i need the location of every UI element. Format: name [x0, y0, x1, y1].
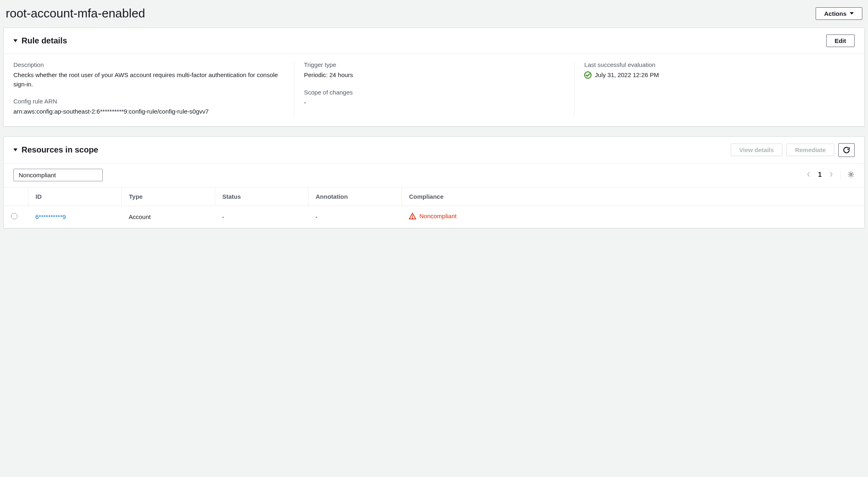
success-check-icon	[584, 71, 592, 79]
resource-type: Account	[129, 213, 151, 220]
scope-changes-value: -	[304, 98, 565, 107]
pager-prev[interactable]	[806, 172, 812, 178]
description-label: Description	[13, 61, 284, 68]
actions-button-label: Actions	[824, 10, 846, 17]
resource-id-link[interactable]: 6**********9	[35, 213, 66, 220]
pager-next[interactable]	[828, 172, 834, 178]
filter-row: Noncompliant 1	[4, 164, 864, 187]
col-status[interactable]: Status	[215, 187, 308, 206]
svg-point-0	[850, 173, 852, 175]
arn-label: Config rule ARN	[13, 98, 284, 105]
view-details-button[interactable]: View details	[731, 144, 783, 156]
caret-down-icon	[850, 12, 854, 15]
chevron-right-icon	[828, 172, 834, 177]
table-settings-button[interactable]	[840, 171, 855, 179]
warning-icon	[409, 213, 416, 220]
remediate-label: Remediate	[795, 146, 826, 153]
rule-details-panel: Rule details Edit Description Checks whe…	[3, 28, 865, 127]
col-compliance[interactable]: Compliance	[402, 187, 864, 206]
edit-button[interactable]: Edit	[826, 34, 855, 47]
view-details-label: View details	[739, 146, 774, 153]
compliance-filter-value: Noncompliant	[19, 172, 56, 178]
remediate-button[interactable]: Remediate	[786, 144, 834, 156]
col-id[interactable]: ID	[28, 187, 121, 206]
arn-value: arn:aws:config:ap-southeast-2:6*********…	[13, 107, 284, 116]
col-annotation[interactable]: Annotation	[308, 187, 402, 206]
resource-annotation: -	[315, 213, 317, 220]
rule-details-header: Rule details Edit	[4, 28, 864, 54]
edit-button-label: Edit	[835, 37, 846, 44]
compliance-badge: Noncompliant	[409, 213, 457, 220]
compliance-text: Noncompliant	[419, 213, 457, 219]
page-header: root-account-mfa-enabled Actions	[3, 3, 865, 28]
resources-header: Resources in scope View details Remediat…	[4, 137, 864, 164]
resources-panel: Resources in scope View details Remediat…	[3, 136, 865, 228]
collapse-toggle-icon[interactable]	[13, 148, 17, 151]
gear-icon	[847, 171, 855, 178]
actions-button[interactable]: Actions	[816, 7, 862, 20]
compliance-filter-select[interactable]: Noncompliant	[13, 169, 103, 181]
rule-details-grid: Description Checks whether the root user…	[13, 61, 855, 116]
chevron-left-icon	[806, 172, 812, 177]
trigger-type-value: Periodic: 24 hours	[304, 71, 565, 80]
table-row: 6**********9 Account - - Noncompliant	[4, 206, 864, 228]
description-value: Checks whether the root user of your AWS…	[13, 71, 284, 89]
refresh-icon	[843, 146, 850, 154]
page-title: root-account-mfa-enabled	[6, 6, 145, 20]
resources-table: ID Type Status Annotation Compliance 6**…	[4, 187, 864, 228]
rule-details-title: Rule details	[22, 36, 67, 45]
svg-point-2	[412, 217, 412, 218]
scope-changes-label: Scope of changes	[304, 89, 565, 96]
pager: 1	[806, 171, 855, 179]
collapse-toggle-icon[interactable]	[13, 39, 17, 42]
trigger-type-label: Trigger type	[304, 61, 565, 68]
col-select	[4, 187, 28, 206]
resources-title: Resources in scope	[22, 145, 98, 155]
last-eval-label: Last successful evaluation	[584, 61, 845, 68]
pager-current: 1	[818, 171, 822, 178]
last-eval-value: July 31, 2022 12:26 PM	[595, 71, 659, 80]
resource-status: -	[222, 213, 224, 220]
col-type[interactable]: Type	[121, 187, 215, 206]
refresh-button[interactable]	[838, 143, 855, 157]
row-select-radio[interactable]	[11, 213, 17, 219]
